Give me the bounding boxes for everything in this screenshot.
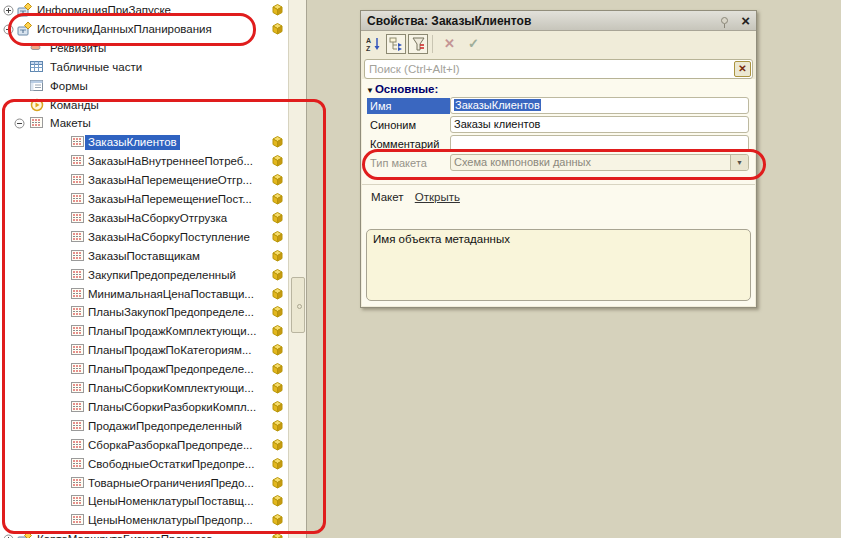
layout-type-combobox[interactable]: Схема компоновки данных ▼	[450, 154, 749, 171]
layout-icon	[71, 249, 85, 263]
tree-item[interactable]: ЗаказыНаВнутреннееПотреб...	[0, 152, 286, 171]
tree-item[interactable]: ПланыПродажПоКатегориям...	[0, 341, 286, 360]
close-icon[interactable]: ×	[741, 11, 750, 31]
tree-item-label[interactable]: ПродажиПредопределенный	[85, 419, 245, 434]
tree-item-label[interactable]: Формы	[47, 79, 91, 94]
pin-icon[interactable]	[721, 17, 728, 24]
tree-item[interactable]: ПланыПродажКомплектующи...	[0, 322, 286, 341]
repository-cube-icon	[272, 288, 283, 300]
layout-icon	[71, 230, 85, 244]
layout-link-label: Макет	[371, 191, 404, 203]
tree-item-label[interactable]: КартаМаршрутаБизнесПроцесса	[34, 532, 216, 538]
repository-cube-icon	[272, 174, 283, 186]
tree-item[interactable]: Табличные части	[0, 58, 286, 77]
tree-item[interactable]: ЗакупкиПредопределенный	[0, 266, 286, 285]
tree-item[interactable]: ПланыЗакупокПредопределе...	[0, 303, 286, 322]
tree-item-label[interactable]: ЗаказыПоставщикам	[85, 249, 203, 264]
collapse-minus-icon[interactable]	[3, 24, 14, 35]
repository-cube-icon	[272, 477, 283, 489]
search-clear-icon[interactable]: ✕	[734, 61, 751, 77]
tree-item[interactable]: Формы	[0, 77, 286, 96]
filter-important-button[interactable]	[408, 34, 428, 54]
tree-item[interactable]: Команды	[0, 96, 286, 115]
tree-item-label[interactable]: ЗаказыКлиентов	[85, 135, 180, 150]
tree-item[interactable]: ЦеныНоменклатурыПредопр...	[0, 511, 286, 530]
tree-item[interactable]: ИнформацияПриЗапуске	[0, 1, 286, 20]
collapse-minus-icon[interactable]	[14, 118, 25, 129]
tree-item-label[interactable]: ЦеныНоменклатурыПредопр...	[85, 513, 256, 528]
tree-item-label[interactable]: ЗаказыНаПеремещениеПост...	[85, 192, 255, 207]
tree-item[interactable]: Макеты	[0, 114, 286, 133]
property-label-layout-type[interactable]: Тип макета	[367, 155, 450, 171]
tree-item[interactable]: Реквизиты	[0, 39, 286, 58]
layout-icon	[71, 211, 85, 225]
tree-item[interactable]: МинимальнаяЦенаПоставщи...	[0, 285, 286, 304]
properties-title-bar[interactable]: Свойства: ЗаказыКлиентов ×	[361, 11, 756, 31]
tree-item-label[interactable]: ПланыПродажПоКатегориям...	[85, 343, 255, 358]
repository-cube-icon	[272, 193, 283, 205]
grid-separator	[362, 184, 755, 185]
tree-item-label[interactable]: ЗаказыНаВнутреннееПотреб...	[85, 154, 256, 169]
tree-scrollbar-track[interactable]	[288, 0, 306, 538]
tree-item[interactable]: ЗаказыПоставщикам	[0, 247, 286, 266]
tree-item[interactable]: ЗаказыКлиентов	[0, 133, 286, 152]
synonym-input[interactable]: Заказы клиентов	[450, 116, 749, 133]
tree-item-label[interactable]: ПланыСборкиРазборкиКомпл...	[85, 400, 259, 415]
tree-item-label[interactable]: Команды	[47, 98, 102, 113]
tree-item-label[interactable]: Табличные части	[47, 60, 145, 75]
tree-item-label[interactable]: ТоварныеОграниченияПредо...	[85, 476, 257, 491]
tree-item[interactable]: ИсточникиДанныхПланирования	[0, 20, 286, 39]
layout-icon	[71, 381, 85, 395]
tree-item-label[interactable]: ПланыПродажПредопределе...	[85, 362, 257, 377]
tree-item-label[interactable]: Реквизиты	[47, 41, 109, 56]
layout-icon	[71, 192, 85, 206]
layout-icon	[71, 305, 85, 319]
repository-cube-icon	[272, 458, 283, 470]
search-input[interactable]	[364, 59, 753, 79]
tree-item[interactable]: ПланыСборкиРазборкиКомпл...	[0, 398, 286, 417]
tree-item-label[interactable]: ИсточникиДанныхПланирования	[34, 22, 215, 37]
group-by-categories-button[interactable]	[386, 34, 406, 54]
tree-item-label[interactable]: ЦеныНоменклатурыПоставщ...	[85, 494, 257, 509]
tree-item-label[interactable]: ПланыЗакупокПредопределе...	[85, 305, 257, 320]
property-label-name[interactable]: Имя	[367, 98, 450, 114]
collapse-triangle-icon: ▼	[366, 86, 374, 95]
expand-plus-icon[interactable]	[3, 5, 14, 16]
tree-item-label[interactable]: ЗаказыНаСборкуПоступление	[85, 230, 253, 245]
tree-item-label[interactable]: СборкаРазборкаПредопреде...	[85, 438, 256, 453]
tree-item-label[interactable]: Макеты	[47, 116, 94, 131]
tree-item-label[interactable]: ЗаказыНаСборкуОтгрузка	[85, 211, 230, 226]
tree-item[interactable]: ЗаказыНаПеремещениеПост...	[0, 190, 286, 209]
name-input[interactable]: ЗаказыКлиентов	[450, 97, 749, 114]
tree-item[interactable]: ТоварныеОграниченияПредо...	[0, 474, 286, 493]
tree-item[interactable]: СвободныеОстаткиПредопре...	[0, 455, 286, 474]
tree-item-label[interactable]: ПланыСборкиКомплектующи...	[85, 381, 257, 396]
tree-item[interactable]: ЗаказыНаСборкуПоступление	[0, 228, 286, 247]
tree-item[interactable]: КартаМаршрутаБизнесПроцесса	[0, 530, 286, 538]
chevron-down-icon[interactable]: ▼	[730, 155, 748, 170]
section-header-main[interactable]: ▼Основные:	[366, 83, 438, 95]
tree-item[interactable]: ЦеныНоменклатурыПоставщ...	[0, 492, 286, 511]
tree-item[interactable]: СборкаРазборкаПредопреде...	[0, 436, 286, 455]
tree-item[interactable]: ЗаказыНаСборкуОтгрузка	[0, 209, 286, 228]
property-label-comment[interactable]: Комментарий	[367, 136, 450, 152]
tree-item-label[interactable]: ИнформацияПриЗапуске	[34, 3, 174, 18]
comment-input[interactable]	[450, 135, 749, 152]
tree-item-label[interactable]: МинимальнаяЦенаПоставщи...	[85, 287, 257, 302]
sort-alphabetical-button[interactable]: A Z	[364, 34, 384, 54]
expand-plus-icon[interactable]	[3, 534, 14, 538]
tree-item[interactable]: ПродажиПредопределенный	[0, 417, 286, 436]
tree-item-label[interactable]: СвободныеОстаткиПредопре...	[85, 457, 257, 472]
tree-item[interactable]: ЗаказыНаПеремещениеОтгр...	[0, 171, 286, 190]
tree-item-label[interactable]: ЗаказыНаПеремещениеОтгр...	[85, 173, 255, 188]
tree-item[interactable]: ПланыПродажПредопределе...	[0, 360, 286, 379]
tree-scrollbar-thumb[interactable]	[291, 277, 305, 333]
tree-item-label[interactable]: ЗакупкиПредопределенный	[85, 268, 239, 283]
tree-item-label[interactable]: ПланыПродажКомплектующи...	[85, 324, 259, 339]
apply-changes-button[interactable]: ✓	[464, 34, 484, 54]
layout-icon	[71, 287, 85, 301]
open-layout-link[interactable]: Открыть	[415, 191, 460, 203]
discard-changes-button[interactable]: ✕	[440, 34, 460, 54]
tree-item[interactable]: ПланыСборкиКомплектующи...	[0, 379, 286, 398]
property-label-synonym[interactable]: Синоним	[367, 117, 450, 133]
